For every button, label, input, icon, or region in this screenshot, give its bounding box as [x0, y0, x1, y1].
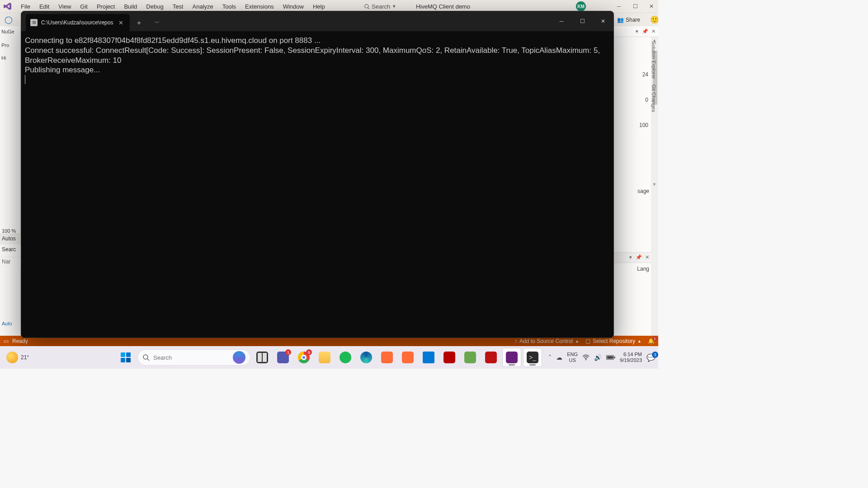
line-number: 24 — [642, 71, 648, 78]
onedrive-icon[interactable]: ☁ — [556, 354, 562, 361]
menu-analyze[interactable]: Analyze — [188, 2, 217, 11]
taskbar-weather-widget[interactable]: 21° — [3, 350, 33, 365]
terminal-titlebar[interactable]: ⧉ C:\Users\Kudzai\source\repos ✕ ＋ ﹀ ─ ☐… — [21, 11, 613, 31]
vs-maximize-button[interactable]: ☐ — [631, 3, 639, 9]
teams-badge: 1 — [285, 349, 291, 355]
autos-header[interactable]: Autos — [0, 234, 21, 244]
edge-app[interactable] — [357, 348, 375, 366]
menu-extensions[interactable]: Extensions — [241, 2, 278, 11]
panel2-close-icon[interactable]: ✕ — [644, 254, 650, 261]
vs-minimize-button[interactable]: ─ — [615, 3, 623, 9]
vs-user-avatar[interactable]: KM — [576, 1, 586, 11]
hivemq-tab[interactable]: Hi — [0, 52, 20, 63]
vs-feedback-icon[interactable]: 🙂 — [650, 15, 658, 24]
visual-studio-app[interactable] — [503, 348, 521, 366]
program-tab[interactable]: Pro — [0, 40, 20, 51]
side-tab-git-changes[interactable]: Git Changes — [650, 82, 657, 115]
caret-down-icon: ▼ — [392, 4, 396, 9]
terminal-minimize-button[interactable]: ─ — [551, 11, 572, 31]
panel-pin-icon[interactable]: 📌 — [642, 28, 648, 35]
terminal-window: ⧉ C:\Users\Kudzai\source\repos ✕ ＋ ﹀ ─ ☐… — [21, 11, 614, 338]
panel-close-icon[interactable]: ✕ — [650, 28, 656, 35]
postman-app[interactable] — [378, 348, 396, 366]
vs-window-title: HiveMQ Client demo — [416, 3, 470, 10]
app-2[interactable] — [399, 348, 417, 366]
tab-close-icon[interactable]: ✕ — [117, 19, 125, 27]
plus-up-icon: ↑ — [514, 338, 517, 344]
side-tab-solution-explorer[interactable]: Solution Explorer — [650, 38, 657, 82]
menu-edit[interactable]: Edit — [35, 2, 54, 11]
menu-file[interactable]: File — [16, 2, 35, 11]
wifi-icon[interactable] — [582, 354, 590, 361]
status-output-icon[interactable]: ▭ — [4, 338, 9, 344]
vs-quick-search[interactable]: Search ▼ — [364, 3, 396, 10]
menu-build[interactable]: Build — [119, 2, 142, 11]
caret-up-icon: ▲ — [575, 339, 579, 343]
scroll-down-icon[interactable]: ▼ — [652, 182, 656, 187]
filezilla-app[interactable] — [440, 348, 458, 366]
vs-logo-icon — [3, 1, 13, 11]
menu-debug[interactable]: Debug — [142, 2, 168, 11]
taskbar-search-input[interactable] — [153, 354, 229, 361]
taskbar-clock[interactable]: 6:14 PM 9/19/2023 — [620, 352, 642, 363]
chrome-app[interactable]: 9 — [295, 348, 313, 366]
autos-tab-link[interactable]: Auto — [0, 320, 21, 329]
terminal-tab[interactable]: ⧉ C:\Users\Kudzai\source\repos ✕ — [26, 14, 130, 31]
repo-icon: ▢ — [585, 338, 590, 344]
windows-taskbar: 21° 1 9 >_ ˄ ☁ ENG US — [0, 346, 658, 369]
weather-temp: 21° — [21, 354, 29, 361]
menu-window[interactable]: Window — [278, 2, 308, 11]
zoom-level[interactable]: 100 % — [2, 228, 16, 234]
vs-close-button[interactable]: ✕ — [647, 3, 656, 9]
chrome-badge: 9 — [306, 349, 312, 355]
teams-app[interactable]: 1 — [274, 348, 292, 366]
panel-fragment-sage: sage — [637, 188, 649, 194]
status-ready: Ready — [12, 338, 28, 344]
nuget-tab[interactable]: NuGe — [0, 26, 20, 37]
volume-icon[interactable]: 🔊 — [594, 354, 602, 361]
menu-test[interactable]: Test — [168, 2, 188, 11]
vs-share-button[interactable]: 👥 Share — [617, 17, 640, 23]
menu-tools[interactable]: Tools — [218, 2, 241, 11]
task-view-button[interactable] — [253, 348, 271, 366]
app-icon — [402, 352, 414, 363]
explorer-app[interactable] — [316, 348, 334, 366]
select-repository-button[interactable]: ▢ Select Repository ▲ — [585, 338, 642, 344]
copilot-icon[interactable] — [233, 351, 245, 364]
locals-search[interactable]: Searc — [0, 245, 21, 256]
notifications-button[interactable]: 💬 3 — [646, 353, 656, 362]
add-source-control-button[interactable]: ↑ Add to Source Control ▲ — [514, 338, 579, 344]
tab-dropdown-button[interactable]: ﹀ — [148, 14, 166, 31]
terminal-maximize-button[interactable]: ☐ — [572, 11, 593, 31]
svg-line-3 — [147, 359, 149, 361]
filezilla-icon — [443, 352, 455, 363]
menu-git[interactable]: Git — [75, 2, 92, 11]
notifications-bell-button[interactable]: 🔔 1 — [648, 338, 655, 344]
terminal-output[interactable]: Connecting to e82f848307f04b4f8fd82f15ed… — [21, 31, 613, 338]
app-red[interactable] — [482, 348, 500, 366]
panel2-pin-icon[interactable]: 📌 — [636, 254, 642, 261]
tray-overflow-button[interactable]: ˄ — [548, 354, 552, 361]
app-usb[interactable] — [461, 348, 479, 366]
battery-icon[interactable] — [606, 355, 615, 360]
postman-icon — [381, 352, 393, 363]
visualstudio-icon — [506, 352, 518, 363]
new-tab-button[interactable]: ＋ — [130, 14, 148, 31]
start-button[interactable] — [117, 348, 135, 366]
terminal-close-button[interactable]: ✕ — [593, 11, 613, 31]
terminal-app[interactable]: >_ — [524, 348, 542, 366]
vscode-app[interactable] — [420, 348, 438, 366]
language-switcher[interactable]: ENG US — [567, 352, 578, 363]
search-label: Search — [372, 3, 390, 10]
menu-project[interactable]: Project — [92, 2, 119, 11]
terminal-tab-title: C:\Users\Kudzai\source\repos — [41, 19, 113, 26]
weather-icon — [6, 352, 18, 363]
menu-help[interactable]: Help — [308, 2, 330, 11]
vs-left-gutter: NuGe Pro Hi 100 % — [0, 26, 21, 339]
menu-view[interactable]: View — [54, 2, 75, 11]
panel2-dropdown-icon[interactable]: ▾ — [627, 254, 634, 261]
nav-back-icon[interactable]: ◯ — [5, 15, 13, 24]
panel-dropdown-icon[interactable]: ▾ — [634, 28, 640, 35]
spotify-app[interactable] — [336, 348, 354, 366]
taskbar-search[interactable] — [137, 349, 250, 366]
